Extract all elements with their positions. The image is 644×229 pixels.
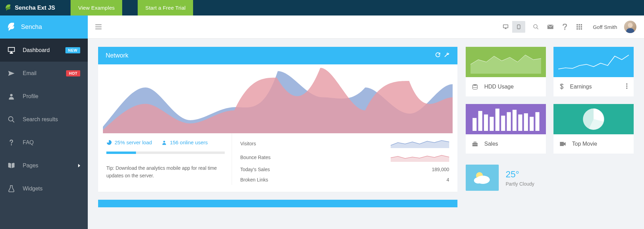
username-label: Goff Smith: [593, 24, 617, 30]
mini-card-label: Earnings: [570, 84, 620, 90]
sidebar-item-label: Pages: [23, 163, 71, 169]
search-icon: [533, 24, 539, 30]
svg-rect-24: [478, 111, 482, 131]
svg-point-20: [626, 83, 627, 85]
svg-point-0: [10, 94, 12, 96]
hdd-area-chart: [471, 50, 541, 74]
svg-rect-15: [577, 28, 578, 30]
header-apps-button[interactable]: [576, 24, 583, 30]
weather-temp: 25°: [506, 169, 534, 180]
svg-rect-27: [495, 108, 499, 131]
svg-rect-28: [501, 116, 505, 131]
sales-row: Today's Sales 189,000: [240, 164, 449, 175]
monitor-icon: [8, 46, 15, 54]
topbar: Sencha Ext JS View Examples Start a Free…: [0, 0, 644, 15]
svg-rect-25: [484, 114, 488, 131]
menu-toggle-button[interactable]: [95, 24, 102, 29]
sidebar-item-dashboard[interactable]: Dashboard NEW: [0, 39, 88, 62]
svg-rect-11: [581, 24, 582, 25]
refresh-icon: [435, 52, 441, 58]
sidebar-item-faq[interactable]: FAQ: [0, 131, 88, 154]
server-load: 25% server load: [106, 139, 152, 145]
sidebar-brand-label: Sencha: [21, 23, 42, 31]
sidebar-item-label: Dashboard: [23, 47, 58, 53]
tip-text: Tip: Download the analytics mobile app f…: [106, 164, 225, 180]
svg-rect-10: [579, 24, 580, 25]
svg-point-42: [474, 177, 482, 184]
sidebar-item-label: Profile: [23, 93, 80, 100]
flask-icon: [8, 185, 15, 192]
user-avatar[interactable]: [624, 21, 636, 33]
svg-rect-14: [581, 26, 582, 28]
search-icon: [8, 116, 15, 123]
video-icon: [560, 142, 566, 146]
badge-hot: HOT: [66, 70, 80, 76]
sencha-leaf-icon: [7, 23, 16, 32]
dollar-icon: [560, 84, 564, 90]
sidebar-item-profile[interactable]: Profile: [0, 85, 88, 108]
start-trial-button[interactable]: Start a Free Trial: [138, 0, 193, 15]
chevron-right-icon: [78, 164, 80, 167]
briefcase-icon: [472, 141, 478, 147]
pie-chart-icon: [106, 140, 112, 145]
svg-rect-35: [473, 143, 478, 146]
header-search-button[interactable]: [532, 24, 540, 30]
sidebar-item-email[interactable]: Email HOT: [0, 62, 88, 85]
tablet-icon: [516, 24, 521, 30]
svg-rect-16: [579, 28, 580, 30]
sales-card[interactable]: Sales: [466, 104, 546, 154]
svg-point-18: [163, 140, 165, 142]
svg-point-5: [519, 28, 519, 29]
svg-rect-36: [474, 142, 476, 143]
user-icon: [8, 93, 15, 100]
svg-point-1: [9, 116, 13, 121]
svg-rect-3: [504, 25, 508, 28]
weather-icon-box: [466, 165, 499, 191]
tablet-view-button[interactable]: [512, 21, 525, 33]
svg-point-22: [626, 87, 627, 89]
desktop-view-button[interactable]: [499, 21, 512, 33]
svg-rect-34: [535, 112, 539, 131]
sidebar-item-search[interactable]: Search results: [0, 108, 88, 131]
grid-icon: [577, 24, 582, 30]
header-help-button[interactable]: [561, 24, 569, 30]
weather-desc: Partly Cloudy: [506, 181, 534, 187]
topmovie-card[interactable]: Top Movie: [553, 104, 634, 154]
svg-rect-12: [577, 26, 578, 28]
svg-rect-9: [577, 24, 578, 25]
svg-point-6: [534, 24, 538, 28]
svg-rect-26: [490, 117, 494, 131]
view-examples-button[interactable]: View Examples: [71, 0, 122, 15]
header-mail-button[interactable]: [547, 24, 554, 29]
envelope-icon: [547, 24, 554, 29]
earnings-card[interactable]: Earnings: [553, 47, 634, 96]
database-icon: [472, 84, 478, 90]
bounce-sparkline: [391, 153, 449, 162]
book-icon: [8, 162, 15, 169]
sidebar-item-widgets[interactable]: Widgets: [0, 177, 88, 200]
broken-links-row: Broken Links 4: [240, 175, 449, 185]
sidebar-item-pages[interactable]: Pages: [0, 154, 88, 177]
topmovie-pie-chart: [558, 107, 629, 131]
bars-icon: [95, 24, 102, 29]
network-chart: [98, 64, 457, 133]
svg-rect-31: [518, 114, 522, 131]
settings-button[interactable]: [444, 52, 450, 60]
sidebar: Sencha Dashboard NEW Email HOT Profile S…: [0, 15, 88, 229]
network-panel-header: Network: [98, 47, 457, 64]
spacer-bar: [98, 200, 457, 207]
bounce-row: Bounce Rates: [240, 150, 449, 164]
refresh-button[interactable]: [435, 52, 441, 60]
brand-text: Sencha Ext JS: [15, 4, 55, 11]
svg-line-2: [12, 120, 14, 122]
sidebar-brand[interactable]: Sencha: [0, 15, 88, 39]
sidebar-item-label: Widgets: [23, 186, 80, 192]
partly-cloudy-icon: [473, 170, 492, 185]
desktop-icon: [503, 24, 509, 30]
more-menu-button[interactable]: [626, 83, 627, 90]
weather-widget: 25° Partly Cloudy: [466, 161, 634, 194]
brand-logo: Sencha Ext JS: [5, 4, 55, 11]
svg-rect-33: [530, 117, 534, 131]
hdd-card[interactable]: HDD Usage: [466, 47, 546, 96]
network-panel: Network: [98, 47, 457, 192]
